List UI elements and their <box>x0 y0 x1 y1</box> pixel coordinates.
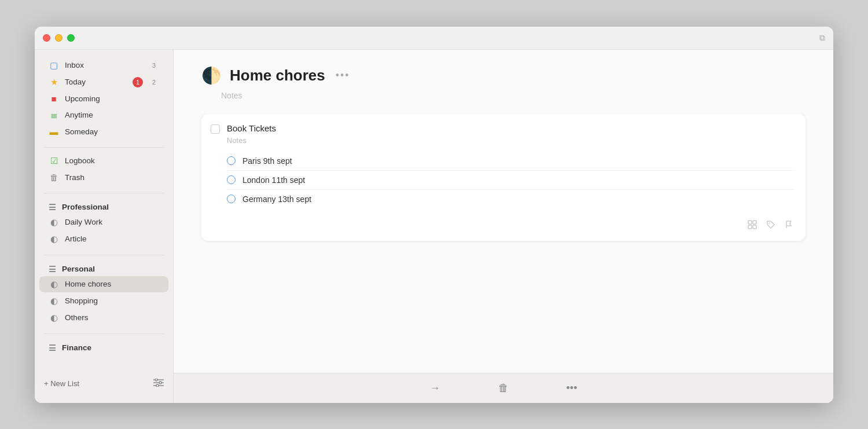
content-area: ▢ Inbox 3 ★ Today 1 2 ■ Upcoming ≣ Anyti… <box>35 50 833 403</box>
titlebar: ⧉ <box>35 27 833 50</box>
anytime-label: Anytime <box>65 111 159 119</box>
minimize-button[interactable] <box>55 34 62 42</box>
today-badge-gray: 2 <box>149 77 159 87</box>
app-window: ⧉ ▢ Inbox 3 ★ Today 1 2 ■ Upcom <box>35 27 833 403</box>
maximize-button[interactable] <box>67 34 75 42</box>
close-button[interactable] <box>43 34 50 42</box>
sidebar: ▢ Inbox 3 ★ Today 1 2 ■ Upcoming ≣ Anyti… <box>35 50 174 403</box>
sidebar-item-someday[interactable]: ▬ Someday <box>39 124 168 140</box>
task-checkbox-book-tickets[interactable] <box>211 124 220 134</box>
divider-2 <box>44 193 164 193</box>
article-label: Article <box>65 234 159 243</box>
sidebar-item-upcoming[interactable]: ■ Upcoming <box>39 91 168 107</box>
sidebar-item-others[interactable]: ◐ Others <box>39 310 168 326</box>
task-flag-icon[interactable] <box>785 220 794 232</box>
logbook-trash-section: ☑ Logbook 🗑 Trash <box>35 152 173 186</box>
svg-point-3 <box>155 379 157 381</box>
task-card-footer <box>211 215 794 232</box>
finance-section: ☰ Finance <box>35 339 173 354</box>
inbox-label: Inbox <box>65 61 143 69</box>
subtask-london: London 11th sept <box>227 171 794 190</box>
shopping-icon: ◐ <box>49 296 59 306</box>
main-panel: 🌓 Home chores ••• Notes Book Tickets Not… <box>174 50 833 403</box>
shopping-label: Shopping <box>65 296 159 305</box>
subtask-circle-germany[interactable] <box>227 195 236 203</box>
daily-work-icon: ◐ <box>49 217 59 228</box>
others-icon: ◐ <box>49 313 59 323</box>
main-notes-field[interactable]: Notes <box>174 85 833 114</box>
task-grid-icon[interactable] <box>748 220 757 232</box>
subtask-circle-london[interactable] <box>227 175 236 184</box>
task-card-book-tickets: Book Tickets Notes Paris 9th sept London… <box>201 114 806 241</box>
bottom-toolbar: → 🗑 ••• <box>174 373 833 403</box>
svg-rect-7 <box>753 221 756 224</box>
finance-label: Finance <box>62 343 91 352</box>
task-notes-text: Notes <box>227 136 247 145</box>
filter-icon <box>153 379 164 387</box>
sidebar-item-logbook[interactable]: ☑ Logbook <box>39 153 168 169</box>
personal-layers-icon: ☰ <box>49 265 56 274</box>
home-chores-label: Home chores <box>65 280 159 288</box>
upcoming-icon: ■ <box>49 94 59 104</box>
task-tag-icon[interactable] <box>766 220 775 232</box>
inbox-icon: ▢ <box>49 60 59 71</box>
sidebar-item-home-chores[interactable]: ◐ Home chores <box>39 276 168 292</box>
article-icon: ◐ <box>49 234 59 244</box>
someday-label: Someday <box>65 127 159 136</box>
subtask-paris: Paris 9th sept <box>227 152 794 171</box>
main-title-icon: 🌓 <box>201 66 222 85</box>
sidebar-item-trash[interactable]: 🗑 Trash <box>39 170 168 185</box>
svg-rect-6 <box>748 221 752 224</box>
sidebar-item-inbox[interactable]: ▢ Inbox 3 <box>39 57 168 74</box>
sidebar-item-article[interactable]: ◐ Article <box>39 231 168 247</box>
svg-rect-8 <box>748 225 752 229</box>
finance-group-header[interactable]: ☰ Finance <box>35 339 173 354</box>
new-list-button[interactable]: + New List <box>39 377 84 390</box>
task-title-book-tickets: Book Tickets <box>227 123 276 133</box>
subtask-germany: Germany 13th sept <box>227 190 794 208</box>
today-label: Today <box>65 78 127 86</box>
svg-point-4 <box>159 382 161 384</box>
delete-button[interactable]: 🗑 <box>492 379 514 398</box>
professional-section: ☰ Professional ◐ Daily Work ◐ Article <box>35 198 173 248</box>
task-notes-field[interactable]: Notes <box>227 136 794 145</box>
svg-rect-9 <box>753 225 756 229</box>
professional-label: Professional <box>62 203 109 211</box>
subtask-label-germany: Germany 13th sept <box>242 195 311 204</box>
sidebar-footer: + New List <box>35 372 173 396</box>
move-button[interactable]: → <box>424 379 446 398</box>
trash-icon: 🗑 <box>49 173 59 182</box>
subtask-circle-paris[interactable] <box>227 156 236 165</box>
divider-3 <box>44 255 164 255</box>
logbook-icon: ☑ <box>49 156 59 166</box>
task-list: Book Tickets Notes Paris 9th sept London… <box>174 114 833 373</box>
divider-4 <box>44 333 164 334</box>
divider-1 <box>44 147 164 148</box>
trash-label: Trash <box>65 173 159 182</box>
sidebar-item-anytime[interactable]: ≣ Anytime <box>39 107 168 123</box>
notes-placeholder-text: Notes <box>221 91 242 100</box>
page-title: Home chores <box>230 67 325 85</box>
sidebar-item-shopping[interactable]: ◐ Shopping <box>39 293 168 309</box>
personal-group-header[interactable]: ☰ Personal <box>35 260 173 276</box>
smart-lists-section: ▢ Inbox 3 ★ Today 1 2 ■ Upcoming ≣ Anyti… <box>35 57 173 140</box>
subtask-label-london: London 11th sept <box>242 175 305 185</box>
svg-point-5 <box>156 384 159 387</box>
home-chores-icon: ◐ <box>49 279 59 289</box>
sidebar-item-today[interactable]: ★ Today 1 2 <box>39 74 168 90</box>
filter-button[interactable] <box>149 376 168 391</box>
logbook-label: Logbook <box>65 156 159 165</box>
professional-layers-icon: ☰ <box>49 203 56 212</box>
finance-layers-icon: ☰ <box>49 343 56 353</box>
new-list-label: + New List <box>44 379 79 388</box>
sidebar-item-daily-work[interactable]: ◐ Daily Work <box>39 214 168 230</box>
subtask-list: Paris 9th sept London 11th sept Germany … <box>227 152 794 208</box>
upcoming-label: Upcoming <box>65 94 159 103</box>
professional-group-header[interactable]: ☰ Professional <box>35 198 173 214</box>
copy-icon[interactable]: ⧉ <box>819 33 825 43</box>
personal-section: ☰ Personal ◐ Home chores ◐ Shopping ◐ Ot… <box>35 260 173 327</box>
more-options-button[interactable]: ••• <box>561 379 583 398</box>
traffic-lights <box>43 34 75 42</box>
main-menu-button[interactable]: ••• <box>336 69 350 82</box>
subtask-label-paris: Paris 9th sept <box>242 156 292 166</box>
